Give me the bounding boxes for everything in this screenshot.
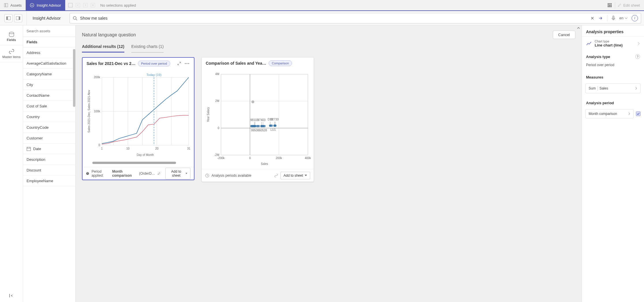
grid-icon[interactable] [607, 2, 613, 8]
analysis-type-value: Period over period [582, 63, 644, 71]
svg-rect-22 [27, 147, 31, 151]
more-icon[interactable] [184, 62, 190, 65]
period-chip[interactable]: Month comparison [585, 109, 634, 118]
field-item[interactable]: CountryCode [23, 122, 75, 133]
link-chart-icon[interactable] [274, 174, 278, 178]
svg-rect-15 [16, 16, 19, 20]
tab-existing-charts[interactable]: Existing charts (1) [131, 44, 164, 53]
svg-text:10: 10 [126, 147, 130, 150]
measures-head: Measures [582, 71, 644, 83]
pencil-icon [617, 3, 621, 7]
help-icon[interactable]: ? [635, 54, 640, 59]
svg-text:400k: 400k [305, 156, 311, 160]
clear-sel-icon[interactable] [90, 2, 96, 8]
chart-type-row[interactable]: Chart type Line chart (line) [582, 36, 644, 50]
field-item[interactable]: EmployeeName [23, 176, 75, 186]
field-item[interactable]: City [23, 79, 75, 90]
expand-icon[interactable] [177, 61, 182, 66]
svg-text:0: 0 [98, 143, 100, 147]
field-item[interactable]: Description [23, 154, 75, 165]
step-fwd-icon[interactable] [83, 2, 88, 8]
svg-rect-14 [8, 16, 10, 20]
svg-rect-5 [83, 3, 87, 7]
card1-pill: Period over period [138, 61, 170, 66]
asset-pane: Fields AddressAverageCallSatisfactionCat… [23, 25, 76, 302]
chart-card-2[interactable]: Comparison of Sales and Year S… Comparis… [201, 57, 314, 182]
svg-rect-51 [221, 74, 308, 155]
info-icon[interactable]: i [632, 15, 638, 21]
svg-text:Sales: Sales [261, 162, 268, 165]
field-item[interactable]: Cost of Sale [23, 101, 75, 111]
scrollbar-thumb[interactable] [73, 49, 75, 107]
analysis-periods-label: Analysis periods available [211, 174, 251, 178]
svg-rect-19 [613, 16, 614, 18]
search-row: Insight Advisor en i [0, 11, 644, 25]
svg-rect-16 [19, 16, 20, 20]
asset-search-input[interactable] [27, 29, 72, 33]
svg-text:200k: 200k [276, 156, 282, 160]
period-head: Analysis period [582, 97, 644, 109]
database-icon [8, 32, 15, 37]
svg-rect-0 [4, 3, 5, 7]
period-checkbox[interactable] [636, 111, 641, 116]
clear-search-icon[interactable] [590, 16, 594, 20]
clock-icon [86, 171, 89, 176]
field-item[interactable]: Customer [23, 133, 75, 143]
period-applied-value: Month comparison [112, 169, 137, 178]
svg-text:02733: 02733 [271, 118, 279, 121]
svg-text:4M: 4M [215, 72, 219, 76]
tab-additional-results[interactable]: Additional results (12) [82, 44, 124, 53]
svg-text:200k: 200k [94, 76, 100, 79]
add-to-sheet-button-1[interactable]: Add to sheet [165, 168, 190, 179]
step-back-icon[interactable] [75, 2, 81, 8]
edit-period-icon[interactable] [157, 172, 161, 175]
insight-advisor-title: Insight Advisor [27, 11, 67, 25]
properties-title: Analysis properties [582, 25, 644, 36]
field-item[interactable]: Country [23, 111, 75, 122]
smart-select-icon[interactable] [68, 2, 73, 8]
field-item[interactable]: AverageCallSatisfaction [23, 58, 75, 69]
collapse-panel-icon[interactable] [576, 27, 581, 29]
chevron-down-icon [625, 17, 628, 19]
line-chart: 11020310100k200kToday (19)Day of MonthSa… [83, 69, 194, 162]
chart-card-1[interactable]: Sales for 2021-Dec vs 2021… Period over … [82, 57, 194, 180]
measure-chip[interactable]: Sum Sales [585, 83, 641, 93]
field-item[interactable]: Discount [23, 165, 75, 176]
add-to-sheet-button-2[interactable]: Add to sheet [280, 172, 310, 179]
rail-master-items[interactable]: Master items [0, 45, 23, 62]
selection-tools [65, 2, 98, 8]
chart-scrollbar[interactable] [87, 162, 190, 165]
svg-text:LU1: LU1 [270, 128, 276, 131]
search-input[interactable] [80, 16, 590, 20]
center-area: Natural language question Cancel Additio… [76, 25, 582, 302]
rail-fields[interactable]: Fields [0, 28, 23, 45]
insight-advisor-tab[interactable]: Insight Advisor [26, 0, 65, 11]
mic-icon[interactable] [611, 16, 615, 21]
field-item[interactable]: Date [23, 143, 75, 154]
svg-point-85 [263, 125, 266, 127]
line-chart-icon [586, 41, 592, 46]
search-box[interactable]: en i [70, 13, 641, 23]
svg-rect-13 [6, 16, 8, 20]
edit-sheet-button[interactable]: Edit sheet [617, 3, 640, 8]
svg-point-92 [274, 124, 276, 127]
svg-rect-10 [608, 5, 609, 7]
svg-text:60528: 60528 [259, 129, 267, 132]
collapse-rail-icon[interactable] [9, 293, 14, 298]
chevron-right-icon [638, 42, 640, 45]
field-item[interactable]: Address [23, 47, 75, 58]
assets-tab[interactable]: Assets [0, 0, 26, 11]
left-panel-toggle[interactable] [4, 14, 12, 22]
field-list: AddressAverageCallSatisfactionCategoryNa… [23, 47, 75, 302]
svg-rect-9 [611, 3, 612, 5]
language-selector[interactable]: en [619, 16, 628, 20]
right-panel-toggle[interactable] [14, 14, 22, 22]
submit-search-icon[interactable] [598, 16, 603, 20]
svg-rect-12 [611, 5, 612, 7]
svg-point-78 [254, 125, 256, 127]
cancel-button[interactable]: Cancel [553, 31, 575, 39]
field-item[interactable]: CategoryName [23, 69, 75, 79]
field-item[interactable]: ContactName [23, 90, 75, 101]
panel-icon [4, 3, 8, 7]
svg-text:98103: 98103 [250, 118, 258, 122]
